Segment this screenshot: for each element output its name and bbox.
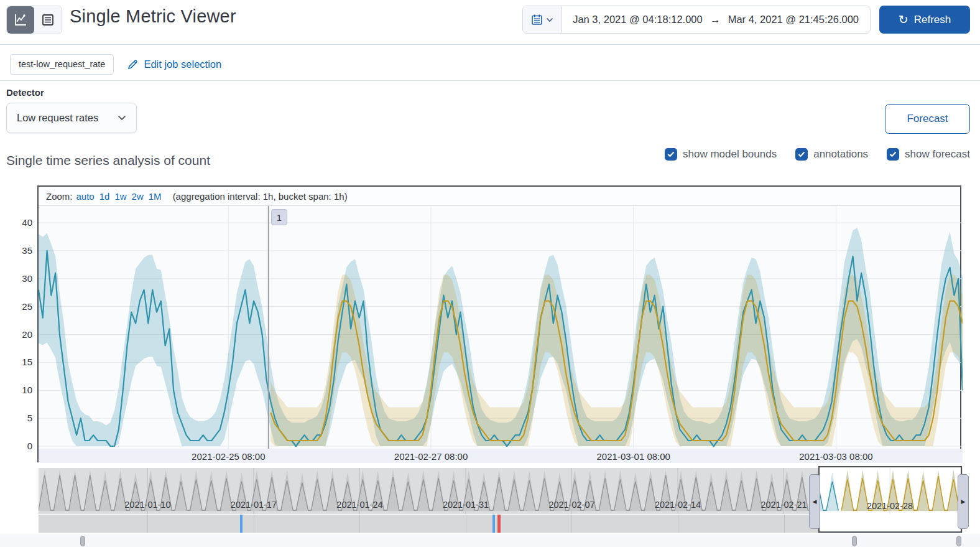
swimlane-separator xyxy=(571,515,572,533)
brush-actual xyxy=(818,470,838,511)
annotations-option: annotations xyxy=(795,148,868,161)
zoom-auto-link[interactable]: auto xyxy=(76,191,95,202)
focus-chart-svg xyxy=(39,206,963,449)
check-icon xyxy=(798,151,805,157)
brush-right-handle[interactable]: ▶ xyxy=(958,474,969,529)
view-toggle-group xyxy=(6,6,62,34)
header-divider xyxy=(0,44,980,45)
detector-selected-value: Low request rates xyxy=(17,112,98,124)
swimlane-separator xyxy=(784,515,785,533)
table-icon xyxy=(41,13,55,27)
y-tick-label: 5 xyxy=(9,413,32,423)
single-metric-viewer-page: Single Metric Viewer Jan 3, 2021 @ 04:18… xyxy=(0,0,980,547)
calendar-icon xyxy=(531,14,543,26)
context-date-label: 2021-02-14 xyxy=(634,500,721,510)
y-tick-label: 25 xyxy=(9,301,32,312)
detector-label: Detector xyxy=(6,87,44,98)
detector-select[interactable]: Low request rates xyxy=(6,103,137,133)
zoom-1M-link[interactable]: 1M xyxy=(149,191,162,202)
y-tick-label: 15 xyxy=(9,357,32,367)
zoom-2w-link[interactable]: 2w xyxy=(132,191,144,202)
focus-chart-panel: Zoom: auto 1d 1w 2w 1M (aggregation inte… xyxy=(37,185,961,462)
range-arrow-icon: → xyxy=(710,14,721,26)
chevron-down-icon xyxy=(546,17,553,22)
show-forecast-checkbox[interactable] xyxy=(887,148,899,161)
show-model-bounds-checkbox[interactable] xyxy=(665,148,677,161)
brush-date-label: 2021-02-28 xyxy=(846,501,933,511)
pencil-icon xyxy=(127,59,138,70)
table-view-button[interactable] xyxy=(34,6,62,34)
y-tick-label: 30 xyxy=(9,273,32,284)
focus-chart-plot[interactable] xyxy=(39,206,963,449)
annotation-marker[interactable] xyxy=(240,515,243,533)
context-date-label: 2021-02-07 xyxy=(528,500,615,510)
x-axis-strip: 2021-02-25 08:002021-02-27 08:002021-03-… xyxy=(39,449,963,463)
chart-view-button[interactable] xyxy=(7,6,34,34)
context-date-label: 2021-01-24 xyxy=(316,500,403,510)
swimlane-separator xyxy=(147,515,148,533)
range-end[interactable]: Mar 4, 2021 @ 21:45:26.000 xyxy=(728,14,859,26)
annotations-checkbox[interactable] xyxy=(795,148,808,161)
brush-left-handle[interactable]: ◀ xyxy=(809,474,820,529)
line-chart-icon xyxy=(14,13,27,27)
y-tick-label: 0 xyxy=(9,441,32,451)
y-tick-label: 10 xyxy=(9,385,32,395)
super-date-picker: Jan 3, 2021 @ 04:18:12.000 → Mar 4, 2021… xyxy=(522,6,871,34)
series-analysis-title: Single time series analysis of count xyxy=(6,153,210,168)
bottom-scroll-strip xyxy=(0,534,980,547)
date-picker-quick-menu[interactable] xyxy=(523,6,562,33)
x-tick-label: 2021-03-01 08:00 xyxy=(584,451,683,462)
swimlane-separator xyxy=(254,515,254,533)
zoom-1w-link[interactable]: 1w xyxy=(114,191,126,202)
check-icon xyxy=(667,151,675,157)
job-selection-bar: test-low_request_rate Edit job selection xyxy=(10,54,221,75)
aggregation-info: (aggregation interval: 1h, bucket span: … xyxy=(173,191,348,202)
annotation-badge[interactable]: 1 xyxy=(271,209,287,225)
x-tick-label: 2021-02-25 08:00 xyxy=(178,451,278,462)
swimlane-separator xyxy=(359,515,360,533)
context-date-label: 2021-01-10 xyxy=(104,500,191,510)
show-model-bounds-option: show model bounds xyxy=(665,148,777,161)
show-forecast-option: show forecast xyxy=(887,148,970,161)
refresh-icon: ↻ xyxy=(899,14,908,26)
context-date-label: 2021-01-17 xyxy=(210,500,297,510)
annotation-marker[interactable] xyxy=(492,515,495,533)
zoom-1d-link[interactable]: 1d xyxy=(99,191,110,202)
page-title: Single Metric Viewer xyxy=(70,6,236,27)
y-tick-label: 35 xyxy=(9,245,32,256)
job-badge[interactable]: test-low_request_rate xyxy=(10,54,114,75)
swimlane-separator xyxy=(466,515,466,533)
job-divider xyxy=(0,80,980,81)
chevron-down-icon xyxy=(118,115,126,121)
swimlane-separator xyxy=(678,515,678,533)
x-tick-label: 2021-03-03 08:00 xyxy=(786,451,885,462)
chart-options-row: show model bounds annotations show forec… xyxy=(665,148,970,161)
anomaly-marker[interactable] xyxy=(497,515,501,533)
triangle-right-icon: ▶ xyxy=(961,498,966,505)
context-date-label: 2021-01-31 xyxy=(422,500,509,510)
check-icon xyxy=(889,151,897,157)
forecast-button[interactable]: Forecast xyxy=(885,104,970,134)
zoom-controls: Zoom: auto 1d 1w 2w 1M (aggregation inte… xyxy=(39,187,960,206)
brush-handle-pill[interactable] xyxy=(852,536,857,546)
refresh-button[interactable]: ↻ Refresh xyxy=(879,6,970,34)
y-tick-label: 20 xyxy=(9,329,32,340)
y-tick-label: 40 xyxy=(9,217,32,228)
brush-handle-pill[interactable] xyxy=(956,536,961,546)
edit-job-selection-link[interactable]: Edit job selection xyxy=(127,58,221,70)
brush-actual-band xyxy=(818,470,838,511)
x-tick-label: 2021-02-27 08:00 xyxy=(381,451,481,462)
triangle-left-icon: ◀ xyxy=(813,498,817,505)
time-selection-brush[interactable]: 2021-02-28 xyxy=(818,466,962,533)
date-range-display: Jan 3, 2021 @ 04:18:12.000 → Mar 4, 2021… xyxy=(562,6,870,33)
range-start[interactable]: Jan 3, 2021 @ 04:18:12.000 xyxy=(573,14,703,26)
brush-handle-pill[interactable] xyxy=(80,536,85,546)
zoom-prefix: Zoom: xyxy=(46,191,73,202)
page-header: Single Metric Viewer Jan 3, 2021 @ 04:18… xyxy=(0,5,980,35)
